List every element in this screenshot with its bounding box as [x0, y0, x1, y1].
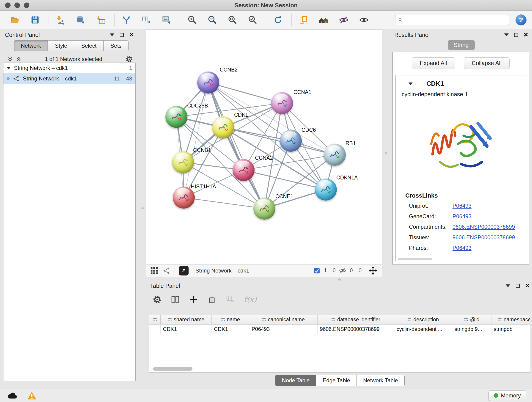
table-cell[interactable]: P06493: [249, 325, 317, 334]
network-node-ccna2[interactable]: [233, 159, 254, 181]
network-node-ccnb2[interactable]: [197, 71, 219, 94]
panel-close-icon[interactable]: ×: [524, 31, 528, 38]
hide-selected-eye-icon[interactable]: [336, 13, 351, 27]
network-collection-row[interactable]: String Network – cdk1 1: [3, 63, 135, 73]
birdseye-crosshair-icon[interactable]: [368, 266, 378, 275]
grid-view-icon[interactable]: [150, 266, 158, 275]
left-splitter-handle[interactable]: [141, 207, 144, 209]
column-header--id[interactable]: @id: [452, 315, 491, 324]
right-splitter-handle[interactable]: [385, 152, 387, 154]
export-image-icon[interactable]: [159, 13, 174, 27]
network-collection-label: String Network – cdk1: [14, 65, 68, 71]
copy-document-icon[interactable]: [296, 13, 310, 27]
network-node-ccna1[interactable]: [271, 92, 293, 114]
crosslink-value-link[interactable]: 9606.ENSP00000378699: [452, 224, 515, 230]
delete-column-trash-icon[interactable]: [207, 295, 216, 304]
panel-menu-icon[interactable]: [110, 33, 114, 36]
table-cell[interactable]: 9606.ENSP00000378699: [317, 325, 394, 334]
crosslink-value-link[interactable]: 9606.ENSP00000378699: [452, 234, 515, 241]
gene-disclosure-triangle-icon[interactable]: [409, 83, 413, 85]
network-edge-hist1h1a-ccne1[interactable]: [184, 198, 264, 209]
network-share-icon[interactable]: [163, 267, 171, 274]
tab-style[interactable]: Style: [48, 40, 74, 51]
create-column-plus-icon[interactable]: [189, 295, 198, 304]
panel-close-icon[interactable]: ×: [525, 281, 530, 289]
network-edge-ccnb2-ccne1[interactable]: [208, 83, 264, 209]
column-header-database-identifier[interactable]: database identifier: [317, 315, 394, 324]
network-node-ccnb1[interactable]: [172, 151, 194, 173]
panel-menu-icon[interactable]: [504, 33, 509, 36]
table-horizontal-scrollbar[interactable]: [153, 367, 192, 370]
show-columns-icon[interactable]: [171, 295, 180, 304]
table-cell[interactable]: stringdb:9...: [452, 325, 491, 334]
tab-network[interactable]: Network: [14, 40, 48, 51]
zoom-in-icon[interactable]: [185, 13, 199, 27]
crosslink-value-link[interactable]: P06493: [452, 213, 472, 220]
zoom-fit-icon[interactable]: [225, 13, 239, 27]
network-edge-ccnb2-hist1h1a[interactable]: [184, 83, 208, 198]
save-session-icon[interactable]: [28, 13, 42, 27]
table-cell[interactable]: CDK1: [212, 325, 249, 334]
network-node-cdkn1a[interactable]: [315, 179, 337, 201]
tab-edge-table[interactable]: Edge Table: [316, 375, 357, 386]
zoom-out-icon[interactable]: [205, 13, 219, 27]
network-node-cdc6[interactable]: [280, 130, 302, 152]
cloud-icon[interactable]: [7, 392, 17, 400]
network-branch-icon[interactable]: [119, 13, 133, 27]
title-bar: Session: New Session: [0, 0, 532, 11]
tab-network-table[interactable]: Network Table: [357, 375, 405, 386]
import-network-database-icon[interactable]: [74, 13, 88, 27]
network-edge-cdk1-rb1[interactable]: [223, 128, 335, 155]
column-header-namespace[interactable]: namespace: [491, 315, 530, 324]
help-icon[interactable]: ?: [515, 14, 526, 26]
zoom-selected-icon[interactable]: [245, 13, 260, 27]
network-node-ccne1[interactable]: [253, 198, 275, 220]
collapse-all-chevron-icon[interactable]: [16, 56, 22, 62]
tab-select[interactable]: Select: [74, 40, 104, 51]
network-node-rb1[interactable]: [324, 144, 346, 166]
expand-all-chevron-icon[interactable]: [7, 56, 13, 62]
network-row-selected[interactable]: String Network – cdk1 11 48: [3, 73, 135, 84]
refresh-layout-icon[interactable]: [271, 13, 285, 27]
table-row[interactable]: CDK1CDK1P064939606.ENSP00000378699cyclin…: [149, 325, 530, 334]
column-header-description[interactable]: description: [394, 315, 452, 324]
bottom-splitter-handle[interactable]: [338, 278, 341, 281]
table-cell[interactable]: CDK1: [161, 325, 212, 334]
home-neighbors-icon[interactable]: [317, 13, 331, 27]
panel-float-icon[interactable]: [516, 284, 520, 288]
panel-close-icon[interactable]: ×: [129, 31, 134, 38]
crosslink-value-link[interactable]: P06493: [452, 203, 472, 209]
memory-button[interactable]: Memory: [488, 390, 526, 401]
column-header-canonical-name[interactable]: canonical name: [249, 315, 317, 324]
column-header-shared-name[interactable]: shared name: [161, 315, 212, 324]
collapse-all-button[interactable]: Collapse All: [464, 57, 510, 69]
disclosure-triangle-icon[interactable]: [7, 67, 11, 70]
table-cell[interactable]: cyclin-dependent ...: [394, 325, 452, 334]
warning-icon[interactable]: [27, 391, 37, 400]
export-network-icon[interactable]: [139, 13, 153, 27]
tab-sets[interactable]: Sets: [104, 40, 128, 51]
import-table-icon[interactable]: [94, 13, 108, 27]
table-options-gear-icon[interactable]: [153, 295, 162, 304]
show-all-eye-icon[interactable]: [357, 13, 371, 27]
panel-float-icon[interactable]: [514, 33, 518, 37]
network-options-gear-icon[interactable]: [126, 56, 133, 63]
expand-all-button[interactable]: Expand All: [412, 57, 455, 69]
crosslink-value-link[interactable]: P06493: [452, 245, 472, 251]
results-horizontal-scrollbar[interactable]: [398, 258, 432, 260]
network-canvas[interactable]: CCNB2CCNA1CDC25BCDK1CDC6RB1CCNB1CCNA2CDK…: [146, 29, 382, 264]
network-node-cdk1[interactable]: [212, 116, 234, 138]
open-in-browser-icon[interactable]: [179, 266, 189, 275]
panel-float-icon[interactable]: [120, 33, 124, 37]
table-cell[interactable]: stringdb: [491, 325, 530, 334]
panel-menu-icon[interactable]: [506, 284, 510, 287]
tab-string[interactable]: String: [448, 40, 475, 50]
search-input[interactable]: [405, 17, 506, 23]
tab-node-table[interactable]: Node Table: [275, 375, 316, 386]
column-header-name[interactable]: name: [212, 315, 249, 324]
search-box[interactable]: [395, 15, 509, 25]
network-node-cdc25b[interactable]: [165, 106, 187, 128]
network-node-hist1h1a[interactable]: [173, 186, 195, 209]
open-session-icon[interactable]: [8, 13, 22, 27]
import-network-file-icon[interactable]: [53, 13, 68, 27]
